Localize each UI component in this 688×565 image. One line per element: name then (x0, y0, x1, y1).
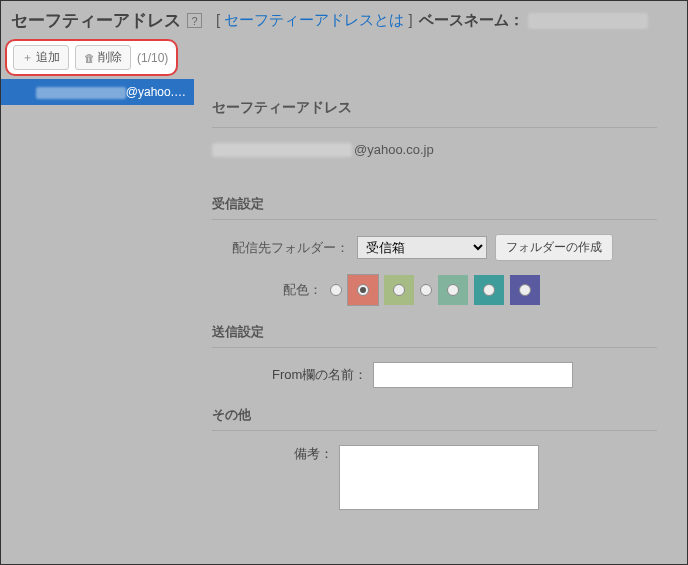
color-swatch-group (330, 275, 540, 305)
delete-button[interactable]: 🗑 削除 (75, 45, 131, 70)
whatis-wrap: [ セーフティーアドレスとは ] (216, 11, 413, 30)
help-icon[interactable]: ? (187, 13, 202, 28)
create-folder-button[interactable]: フォルダーの作成 (495, 234, 613, 261)
color-swatch-1[interactable] (348, 275, 378, 305)
color-swatch-3[interactable] (438, 275, 468, 305)
page-title: セーフティーアドレス (11, 9, 181, 32)
address-suffix: @yahoo.… (126, 85, 186, 99)
color-radio-2[interactable] (393, 284, 405, 296)
color-radio-4[interactable] (483, 284, 495, 296)
color-radio-3[interactable] (447, 284, 459, 296)
toolbar: ＋ 追加 🗑 削除 (1/10) (5, 39, 178, 76)
add-button-label: 追加 (36, 49, 60, 66)
basename-label: ベースネーム： (419, 11, 524, 30)
divider (212, 430, 657, 431)
basename-value (528, 13, 648, 29)
color-swatch-4[interactable] (474, 275, 504, 305)
email-localpart-hidden (212, 143, 352, 157)
color-swatch-5[interactable] (510, 275, 540, 305)
address-localpart-hidden (36, 87, 126, 99)
memo-textarea[interactable] (339, 445, 539, 510)
address-counter: (1/10) (137, 51, 170, 65)
color-radio-1[interactable] (357, 284, 369, 296)
divider (212, 219, 657, 220)
memo-label: 備考： (294, 445, 333, 463)
add-button[interactable]: ＋ 追加 (13, 45, 69, 70)
other-section-title: その他 (212, 406, 657, 424)
color-gap-radio[interactable] (420, 284, 432, 296)
page-header: セーフティーアドレス ? [ セーフティーアドレスとは ] ベースネーム： (1, 1, 687, 42)
from-name-input[interactable] (373, 362, 573, 388)
trash-icon: 🗑 (84, 52, 95, 64)
receive-section-title: 受信設定 (212, 195, 657, 213)
detail-section-title: セーフティーアドレス (212, 99, 657, 117)
divider (212, 127, 657, 128)
send-section-title: 送信設定 (212, 323, 657, 341)
whatis-link[interactable]: セーフティーアドレスとは (224, 11, 404, 28)
color-label: 配色： (262, 281, 322, 299)
delete-button-label: 削除 (98, 49, 122, 66)
divider (212, 347, 657, 348)
folder-label: 配信先フォルダー： (232, 239, 349, 257)
address-list-item[interactable]: @yahoo.… (1, 79, 194, 105)
address-sidebar: @yahoo.… (1, 79, 194, 564)
color-none-radio[interactable] (330, 284, 342, 296)
email-display: @yahoo.co.jp (212, 142, 657, 157)
color-swatch-2[interactable] (384, 275, 414, 305)
color-radio-5[interactable] (519, 284, 531, 296)
email-domain: @yahoo.co.jp (354, 142, 434, 157)
plus-icon: ＋ (22, 50, 33, 65)
from-name-label: From欄の名前： (272, 366, 367, 384)
folder-select[interactable]: 受信箱 (357, 236, 487, 259)
detail-panel: セーフティーアドレス @yahoo.co.jp 受信設定 配信先フォルダー： 受… (194, 79, 687, 564)
